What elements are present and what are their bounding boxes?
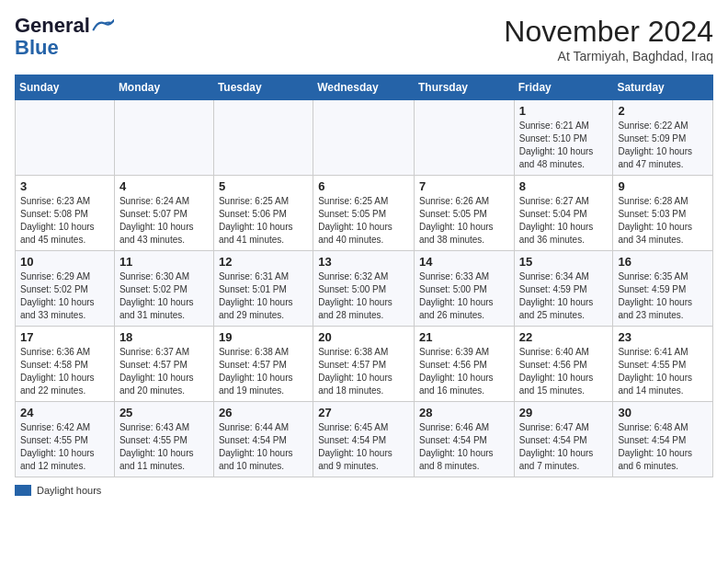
calendar-cell: 21Sunrise: 6:39 AM Sunset: 4:56 PM Dayli… <box>414 327 514 402</box>
day-info: Sunrise: 6:38 AM Sunset: 4:57 PM Dayligh… <box>318 346 409 397</box>
day-number: 30 <box>618 406 708 419</box>
day-info: Sunrise: 6:27 AM Sunset: 5:04 PM Dayligh… <box>519 195 609 247</box>
day-info: Sunrise: 6:22 AM Sunset: 5:09 PM Dayligh… <box>618 120 708 171</box>
day-info: Sunrise: 6:43 AM Sunset: 4:55 PM Dayligh… <box>119 421 209 473</box>
page-header: General Blue November 2024 At Tarmiyah, … <box>15 15 713 63</box>
day-number: 12 <box>219 255 308 269</box>
calendar-cell: 1Sunrise: 6:21 AM Sunset: 5:10 PM Daylig… <box>514 100 613 176</box>
calendar-cell: 25Sunrise: 6:43 AM Sunset: 4:55 PM Dayli… <box>114 402 213 477</box>
legend-label: Daylight hours <box>37 485 101 496</box>
day-number: 17 <box>20 330 109 344</box>
calendar-cell: 24Sunrise: 6:42 AM Sunset: 4:55 PM Dayli… <box>16 402 115 477</box>
day-info: Sunrise: 6:30 AM Sunset: 5:02 PM Dayligh… <box>119 270 209 322</box>
day-info: Sunrise: 6:23 AM Sunset: 5:08 PM Dayligh… <box>20 195 109 247</box>
calendar-cell: 29Sunrise: 6:47 AM Sunset: 4:54 PM Dayli… <box>514 402 613 477</box>
day-number: 22 <box>519 330 609 344</box>
header-monday: Monday <box>114 75 213 100</box>
day-number: 21 <box>419 330 509 344</box>
header-saturday: Saturday <box>613 75 713 100</box>
day-number: 4 <box>119 179 209 193</box>
calendar-row-1: 3Sunrise: 6:23 AM Sunset: 5:08 PM Daylig… <box>16 176 713 251</box>
calendar-cell: 10Sunrise: 6:29 AM Sunset: 5:02 PM Dayli… <box>16 251 115 327</box>
day-info: Sunrise: 6:41 AM Sunset: 4:55 PM Dayligh… <box>618 346 708 397</box>
header-friday: Friday <box>514 75 613 100</box>
day-number: 26 <box>219 406 308 419</box>
day-info: Sunrise: 6:39 AM Sunset: 4:56 PM Dayligh… <box>419 346 509 397</box>
calendar-cell <box>114 100 213 176</box>
calendar-cell: 30Sunrise: 6:48 AM Sunset: 4:54 PM Dayli… <box>613 402 713 477</box>
calendar-cell <box>313 100 415 176</box>
title-block: November 2024 At Tarmiyah, Baghdad, Iraq <box>504 15 713 63</box>
calendar-cell: 23Sunrise: 6:41 AM Sunset: 4:55 PM Dayli… <box>613 327 713 402</box>
day-number: 13 <box>318 255 409 269</box>
calendar-row-3: 17Sunrise: 6:36 AM Sunset: 4:58 PM Dayli… <box>16 327 713 402</box>
day-info: Sunrise: 6:26 AM Sunset: 5:05 PM Dayligh… <box>419 195 509 247</box>
calendar-cell: 22Sunrise: 6:40 AM Sunset: 4:56 PM Dayli… <box>514 327 613 402</box>
day-info: Sunrise: 6:29 AM Sunset: 5:02 PM Dayligh… <box>20 270 109 322</box>
calendar-cell: 13Sunrise: 6:32 AM Sunset: 5:00 PM Dayli… <box>313 251 415 327</box>
logo: General Blue <box>15 15 114 59</box>
day-info: Sunrise: 6:40 AM Sunset: 4:56 PM Dayligh… <box>519 346 609 397</box>
calendar-cell: 3Sunrise: 6:23 AM Sunset: 5:08 PM Daylig… <box>16 176 115 251</box>
day-number: 15 <box>519 255 609 269</box>
day-info: Sunrise: 6:42 AM Sunset: 4:55 PM Dayligh… <box>20 421 109 473</box>
day-info: Sunrise: 6:48 AM Sunset: 4:54 PM Dayligh… <box>618 421 708 473</box>
day-number: 14 <box>419 255 509 269</box>
legend-box <box>15 485 31 496</box>
day-info: Sunrise: 6:45 AM Sunset: 4:54 PM Dayligh… <box>318 421 409 473</box>
calendar-cell: 20Sunrise: 6:38 AM Sunset: 4:57 PM Dayli… <box>313 327 415 402</box>
day-info: Sunrise: 6:46 AM Sunset: 4:54 PM Dayligh… <box>419 421 509 473</box>
day-info: Sunrise: 6:34 AM Sunset: 4:59 PM Dayligh… <box>519 270 609 322</box>
logo-blue: Blue <box>15 37 59 59</box>
location-subtitle: At Tarmiyah, Baghdad, Iraq <box>504 49 713 63</box>
calendar-cell: 26Sunrise: 6:44 AM Sunset: 4:54 PM Dayli… <box>213 402 313 477</box>
logo-bird-icon <box>92 18 114 33</box>
month-title: November 2024 <box>504 15 713 49</box>
calendar-cell: 8Sunrise: 6:27 AM Sunset: 5:04 PM Daylig… <box>514 176 613 251</box>
day-info: Sunrise: 6:47 AM Sunset: 4:54 PM Dayligh… <box>519 421 609 473</box>
day-number: 29 <box>519 406 609 419</box>
day-info: Sunrise: 6:32 AM Sunset: 5:00 PM Dayligh… <box>318 270 409 322</box>
header-thursday: Thursday <box>414 75 514 100</box>
day-number: 28 <box>419 406 509 419</box>
calendar-cell: 12Sunrise: 6:31 AM Sunset: 5:01 PM Dayli… <box>213 251 313 327</box>
day-number: 5 <box>219 179 308 193</box>
day-info: Sunrise: 6:28 AM Sunset: 5:03 PM Dayligh… <box>618 195 708 247</box>
day-number: 27 <box>318 406 409 419</box>
day-number: 2 <box>618 104 708 118</box>
day-number: 7 <box>419 179 509 193</box>
day-number: 9 <box>618 179 708 193</box>
calendar-row-2: 10Sunrise: 6:29 AM Sunset: 5:02 PM Dayli… <box>16 251 713 327</box>
calendar-cell: 17Sunrise: 6:36 AM Sunset: 4:58 PM Dayli… <box>16 327 115 402</box>
calendar-table: Sunday Monday Tuesday Wednesday Thursday… <box>15 75 713 477</box>
calendar-cell: 15Sunrise: 6:34 AM Sunset: 4:59 PM Dayli… <box>514 251 613 327</box>
day-info: Sunrise: 6:44 AM Sunset: 4:54 PM Dayligh… <box>219 421 308 473</box>
day-info: Sunrise: 6:37 AM Sunset: 4:57 PM Dayligh… <box>119 346 209 397</box>
calendar-cell: 6Sunrise: 6:25 AM Sunset: 5:05 PM Daylig… <box>313 176 415 251</box>
day-info: Sunrise: 6:35 AM Sunset: 4:59 PM Dayligh… <box>618 270 708 322</box>
calendar-cell: 9Sunrise: 6:28 AM Sunset: 5:03 PM Daylig… <box>613 176 713 251</box>
day-info: Sunrise: 6:38 AM Sunset: 4:57 PM Dayligh… <box>219 346 308 397</box>
calendar-cell: 16Sunrise: 6:35 AM Sunset: 4:59 PM Dayli… <box>613 251 713 327</box>
calendar-cell: 27Sunrise: 6:45 AM Sunset: 4:54 PM Dayli… <box>313 402 415 477</box>
header-tuesday: Tuesday <box>213 75 313 100</box>
day-info: Sunrise: 6:36 AM Sunset: 4:58 PM Dayligh… <box>20 346 109 397</box>
day-info: Sunrise: 6:25 AM Sunset: 5:05 PM Dayligh… <box>318 195 409 247</box>
calendar-cell <box>213 100 313 176</box>
calendar-cell: 11Sunrise: 6:30 AM Sunset: 5:02 PM Dayli… <box>114 251 213 327</box>
calendar-cell: 2Sunrise: 6:22 AM Sunset: 5:09 PM Daylig… <box>613 100 713 176</box>
logo-general: General <box>15 15 90 37</box>
calendar-row-0: 1Sunrise: 6:21 AM Sunset: 5:10 PM Daylig… <box>16 100 713 176</box>
calendar-cell: 14Sunrise: 6:33 AM Sunset: 5:00 PM Dayli… <box>414 251 514 327</box>
day-number: 18 <box>119 330 209 344</box>
day-number: 25 <box>119 406 209 419</box>
day-number: 6 <box>318 179 409 193</box>
calendar-cell: 28Sunrise: 6:46 AM Sunset: 4:54 PM Dayli… <box>414 402 514 477</box>
day-number: 1 <box>519 104 609 118</box>
calendar-cell: 4Sunrise: 6:24 AM Sunset: 5:07 PM Daylig… <box>114 176 213 251</box>
day-info: Sunrise: 6:31 AM Sunset: 5:01 PM Dayligh… <box>219 270 308 322</box>
header-row: Sunday Monday Tuesday Wednesday Thursday… <box>16 75 713 100</box>
day-number: 10 <box>20 255 109 269</box>
header-wednesday: Wednesday <box>313 75 415 100</box>
header-sunday: Sunday <box>16 75 115 100</box>
